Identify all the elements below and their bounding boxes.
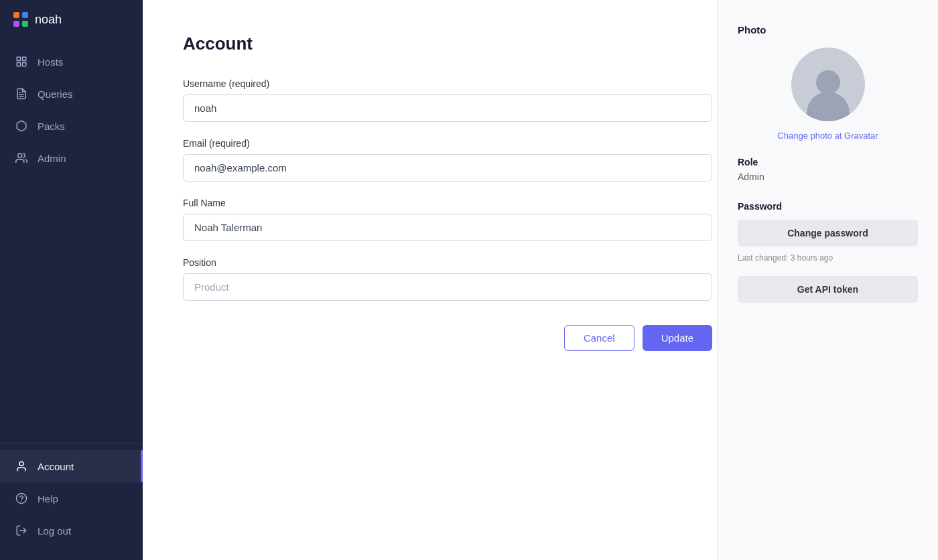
avatar (791, 48, 865, 121)
main-content: Account Username (required) Email (requi… (143, 0, 717, 560)
logo-dots (13, 12, 28, 27)
fullname-group: Full Name (183, 198, 677, 241)
sidebar-item-packs[interactable]: Packs (0, 110, 143, 142)
sidebar-item-label: Help (38, 493, 58, 504)
packs-icon (15, 119, 28, 133)
cancel-button[interactable]: Cancel (564, 325, 634, 351)
logo-dot-1 (13, 12, 19, 18)
svg-rect-2 (17, 63, 20, 66)
username-input[interactable] (183, 94, 712, 122)
form-actions: Cancel Update (183, 325, 712, 351)
logo-dot-2 (22, 12, 28, 18)
gravatar-link[interactable]: Change photo at Gravatar (777, 131, 878, 141)
svg-rect-0 (17, 57, 20, 60)
right-panel: Photo Change photo at Gravatar Role Admi… (717, 0, 938, 560)
username-label: Username (required) (183, 78, 677, 89)
logo-dot-4 (22, 21, 28, 27)
sidebar-item-label: Log out (38, 525, 71, 537)
svg-rect-1 (23, 57, 26, 60)
position-group: Position (183, 257, 677, 301)
page-title: Account (183, 33, 677, 54)
sidebar-item-label: Hosts (38, 56, 63, 68)
svg-point-7 (19, 462, 23, 466)
sidebar-bottom: Account Help Log out (0, 443, 143, 560)
svg-point-6 (18, 153, 22, 157)
role-label: Role (738, 157, 918, 167)
sidebar-item-label: Admin (38, 153, 66, 164)
hosts-icon (15, 55, 28, 68)
sidebar-item-label: Packs (38, 121, 65, 132)
photo-section-title: Photo (738, 24, 918, 36)
account-icon (15, 460, 28, 473)
sidebar-item-account[interactable]: Account (0, 450, 143, 482)
position-input[interactable] (183, 273, 712, 301)
last-changed-text: Last changed: 3 hours ago (738, 253, 918, 263)
change-password-button[interactable]: Change password (738, 220, 918, 247)
logo-dot-3 (13, 21, 19, 27)
fullname-label: Full Name (183, 198, 677, 208)
role-section: Role Admin (738, 157, 918, 182)
avatar-head (816, 70, 840, 94)
role-value: Admin (738, 171, 918, 182)
admin-icon (15, 151, 28, 165)
sidebar-item-help[interactable]: Help (0, 482, 143, 514)
sidebar-nav: Hosts Queries Packs (0, 39, 143, 443)
email-label: Email (required) (183, 138, 677, 149)
sidebar-item-label: Account (38, 461, 74, 472)
fullname-input[interactable] (183, 214, 712, 241)
sidebar-item-label: Queries (38, 88, 73, 100)
svg-rect-3 (23, 63, 26, 66)
position-label: Position (183, 257, 677, 268)
password-label: Password (738, 201, 918, 212)
email-group: Email (required) (183, 138, 677, 182)
logout-icon (15, 524, 28, 537)
sidebar-item-admin[interactable]: Admin (0, 142, 143, 174)
sidebar: noah Hosts Queries (0, 0, 143, 560)
get-api-token-button[interactable]: Get API token (738, 276, 918, 303)
avatar-body (807, 92, 850, 121)
username-group: Username (required) (183, 78, 677, 122)
update-button[interactable]: Update (643, 325, 712, 351)
queries-icon (15, 87, 28, 100)
sidebar-item-queries[interactable]: Queries (0, 78, 143, 110)
logo[interactable]: noah (0, 0, 143, 39)
password-section: Password Change password Last changed: 3… (738, 201, 918, 309)
avatar-container: Change photo at Gravatar (738, 48, 918, 141)
sidebar-item-logout[interactable]: Log out (0, 514, 143, 547)
help-icon (15, 492, 28, 505)
avatar-figure (805, 68, 852, 121)
app-name: noah (35, 13, 62, 27)
sidebar-item-hosts[interactable]: Hosts (0, 46, 143, 78)
email-input[interactable] (183, 154, 712, 182)
